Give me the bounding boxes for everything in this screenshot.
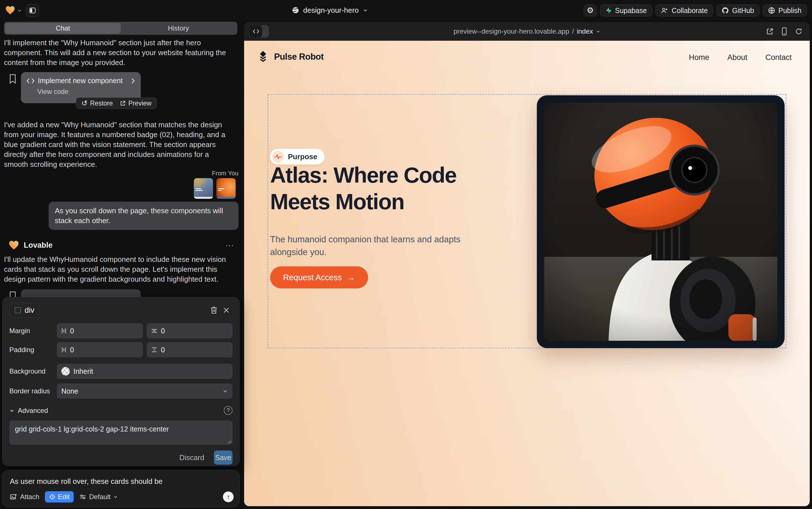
settings-button[interactable]: ⚙ — [584, 4, 597, 16]
padding-horizontal-icon — [61, 347, 66, 353]
from-you-label: From You — [212, 170, 238, 177]
preview-viewport: Pulse Robot Home About Contact Purpose A… — [244, 41, 810, 506]
margin-y-input[interactable]: 0 — [147, 323, 233, 338]
publish-button[interactable]: Publish — [763, 4, 807, 16]
restore-button[interactable]: ↺ Restore — [81, 100, 113, 107]
supabase-icon — [605, 7, 612, 14]
delete-element-button[interactable] — [208, 304, 220, 316]
preview-url-bar[interactable]: preview--design-your-hero.lovable.app / … — [244, 22, 810, 41]
github-button[interactable]: GitHub — [716, 4, 760, 16]
tab-history[interactable]: History — [121, 23, 236, 34]
advanced-toggle[interactable]: Advanced ? — [9, 406, 232, 415]
hero-image-card — [537, 95, 785, 348]
collaborate-icon — [661, 7, 668, 14]
selected-element-badge[interactable]: div — [9, 303, 40, 318]
padding-label: Padding — [9, 346, 57, 354]
send-arrow-icon: ↑ — [227, 493, 230, 501]
margin-label: Margin — [9, 327, 57, 335]
gear-icon: ⚙ — [587, 6, 594, 14]
background-label: Background — [9, 367, 57, 375]
margin-vertical-icon — [151, 328, 157, 333]
globe-icon — [292, 6, 299, 14]
border-radius-select[interactable]: None — [57, 383, 232, 399]
preview-page: index — [577, 27, 593, 35]
site-nav: Home About Contact — [689, 53, 792, 62]
view-code-link[interactable]: View code — [37, 88, 135, 96]
open-external-icon[interactable] — [766, 28, 774, 35]
collaborate-button[interactable]: Collaborate — [656, 4, 713, 16]
classes-textarea[interactable]: grid grid-cols-1 lg:grid-cols-2 gap-12 i… — [9, 420, 232, 445]
close-inspector-button[interactable] — [220, 304, 232, 316]
help-icon[interactable]: ? — [224, 406, 232, 415]
save-button[interactable]: Save — [214, 450, 232, 465]
chevron-down-icon — [222, 388, 228, 394]
lovable-logo-icon[interactable] — [5, 5, 15, 15]
padding-x-input[interactable]: 0 — [57, 342, 143, 358]
chevron-right-icon — [131, 78, 135, 84]
padding-vertical-icon — [151, 347, 157, 352]
user-message-bubble: As you scroll down the page, these compo… — [48, 202, 238, 230]
topbar-actions: ⚙ Supabase Collaborate GitHub Publish — [584, 4, 807, 16]
logo-chevron-down-icon[interactable] — [17, 8, 22, 13]
background-input[interactable]: Inherit — [57, 364, 232, 379]
sidebar-toggle-button[interactable] — [26, 4, 39, 17]
assistant-message-3: I'll update the WhyHumanoid component to… — [4, 254, 232, 284]
lovable-app-window: design-your-hero ⚙ Supabase Collaborate … — [0, 0, 812, 509]
message-menu-icon[interactable]: ⋯ — [225, 240, 234, 250]
component-card-title: Implement new component — [38, 77, 128, 85]
attachment-thumbnail-orange[interactable] — [216, 178, 236, 199]
assistant-name: Lovable — [24, 241, 52, 250]
composer-text[interactable]: As user mouse roll over, these cards sho… — [10, 477, 232, 486]
edit-mode-button[interactable]: Edit — [45, 491, 74, 503]
code-icon — [27, 78, 34, 84]
assistant-message-2: I've added a new "Why Humanoid" section … — [4, 120, 232, 169]
preview-host: preview--design-your-hero.lovable.app — [453, 27, 569, 35]
bookmark-icon[interactable] — [9, 74, 16, 84]
trash-icon — [210, 306, 218, 314]
github-icon — [722, 7, 729, 14]
chat-history-tabs: Chat History — [4, 22, 237, 35]
chevron-down-icon — [596, 29, 600, 34]
project-chevron-down-icon — [363, 8, 368, 13]
mode-select[interactable]: Default — [79, 493, 118, 501]
discard-button[interactable]: Discard — [179, 453, 204, 462]
send-button[interactable]: ↑ — [223, 491, 234, 502]
element-inspector-panel: div Margin 0 0 — [2, 297, 239, 466]
target-icon — [49, 494, 56, 500]
hero-heading: Atlas: Where Code Meets Motion — [270, 162, 456, 215]
mobile-view-icon[interactable] — [781, 27, 787, 35]
publish-globe-icon — [768, 7, 775, 14]
project-name: design-your-hero — [303, 6, 359, 15]
assistant-header-row: Lovable ⋯ — [8, 239, 234, 251]
restore-preview-popover: ↺ Restore Preview — [76, 98, 157, 109]
supabase-button[interactable]: Supabase — [600, 4, 652, 16]
nav-home[interactable]: Home — [689, 53, 709, 62]
tab-chat[interactable]: Chat — [5, 23, 121, 34]
attach-button[interactable]: Attach — [10, 493, 39, 501]
border-radius-label: Border radius — [9, 387, 57, 395]
element-tag: div — [25, 306, 34, 315]
chevron-down-icon — [9, 408, 14, 413]
close-icon — [223, 307, 230, 314]
nav-about[interactable]: About — [727, 53, 747, 62]
panel-left-icon — [29, 7, 36, 14]
preview-button[interactable]: Preview — [120, 100, 151, 107]
chat-panel: Chat History I'll implement the "Why Hum… — [2, 20, 241, 509]
pulse-robot-logo-icon — [257, 50, 269, 63]
nav-contact[interactable]: Contact — [765, 53, 792, 62]
request-access-button[interactable]: Request Access → — [270, 266, 368, 289]
site-logo[interactable]: Pulse Robot — [257, 50, 324, 63]
padding-y-input[interactable]: 0 — [147, 342, 233, 358]
refresh-icon[interactable] — [795, 28, 802, 35]
preview-toolbar: preview--design-your-hero.lovable.app / … — [244, 22, 810, 41]
assistant-message-1: I'll implement the "Why Humanoid" sectio… — [4, 38, 232, 68]
pulse-icon — [274, 154, 282, 159]
site-brand-name: Pulse Robot — [274, 52, 324, 62]
margin-horizontal-icon — [61, 328, 66, 334]
project-switcher[interactable]: design-your-hero — [292, 0, 368, 20]
attachment-thumbnail-blue[interactable] — [194, 178, 213, 199]
preview-window: preview--design-your-hero.lovable.app / … — [244, 22, 810, 506]
external-link-icon — [120, 100, 126, 106]
margin-x-input[interactable]: 0 — [57, 323, 143, 338]
chat-composer[interactable]: As user mouse roll over, these cards sho… — [2, 470, 239, 507]
